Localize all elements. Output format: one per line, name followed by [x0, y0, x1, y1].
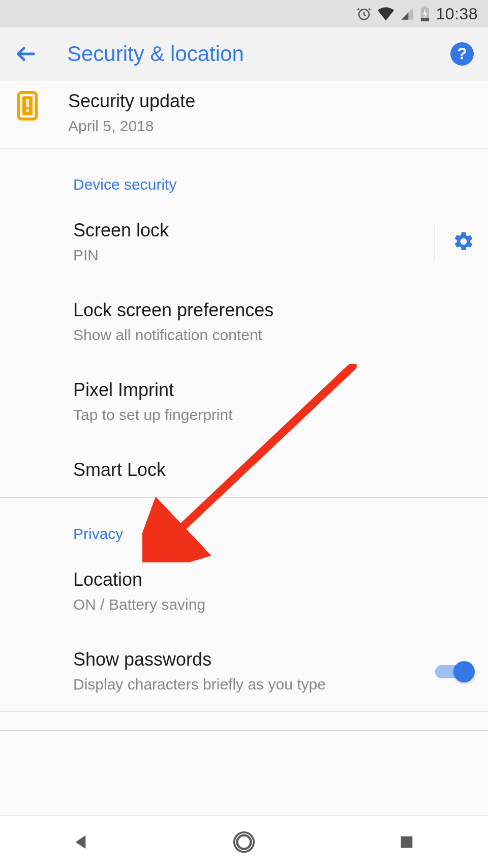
help-button[interactable]: ?: [450, 42, 474, 66]
section-header-privacy: Privacy: [0, 498, 488, 552]
smart-lock-row[interactable]: Smart Lock: [0, 442, 488, 497]
question-icon: ?: [457, 44, 467, 63]
alarm-icon: [356, 6, 372, 21]
svg-rect-7: [26, 109, 29, 112]
location-title: Location: [73, 568, 475, 591]
smart-lock-title: Smart Lock: [73, 458, 475, 481]
divider: [435, 223, 435, 262]
screen-lock-subtitle: PIN: [73, 245, 428, 266]
page-title: Security & location: [43, 42, 450, 66]
gear-icon: [452, 230, 475, 253]
security-update-row[interactable]: Security update April 5, 2018: [0, 80, 488, 148]
lock-screen-preferences-title: Lock screen preferences: [73, 298, 475, 321]
svg-rect-11: [401, 836, 413, 848]
nav-home-button[interactable]: [214, 824, 274, 860]
square-recents-icon: [398, 833, 415, 851]
screen-lock-settings-button[interactable]: [452, 230, 475, 255]
app-bar: Security & location ?: [0, 27, 488, 80]
svg-rect-6: [26, 99, 29, 107]
nav-back-button[interactable]: [51, 824, 112, 860]
location-subtitle: ON / Battery saving: [73, 594, 475, 615]
wifi-icon: [378, 6, 394, 21]
lock-screen-preferences-subtitle: Show all notification content: [73, 324, 475, 346]
show-passwords-subtitle: Display characters briefly as you type: [73, 674, 435, 695]
battery-icon: [420, 6, 430, 21]
settings-list: Security update April 5, 2018 Device sec…: [0, 80, 488, 815]
security-update-icon: [13, 92, 42, 120]
lock-screen-preferences-row[interactable]: Lock screen preferences Show all notific…: [0, 282, 488, 362]
cell-signal-icon: [400, 7, 414, 21]
svg-rect-3: [421, 18, 429, 21]
svg-point-10: [237, 835, 251, 849]
svg-rect-2: [424, 6, 426, 8]
show-passwords-toggle[interactable]: [435, 661, 475, 682]
divider: [0, 730, 488, 731]
security-update-title: Security update: [68, 89, 195, 112]
screen-lock-title: Screen lock: [73, 219, 428, 242]
status-bar: 10:38: [0, 0, 488, 27]
status-time: 10:38: [436, 5, 478, 23]
nav-recents-button[interactable]: [376, 824, 437, 860]
show-passwords-title: Show passwords: [73, 648, 435, 671]
section-header-device-security: Device security: [0, 148, 488, 202]
toggle-thumb: [453, 661, 475, 682]
show-passwords-row[interactable]: Show passwords Display characters briefl…: [0, 632, 488, 711]
back-button[interactable]: [14, 42, 43, 66]
pixel-imprint-row[interactable]: Pixel Imprint Tap to set up fingerprint: [0, 362, 488, 442]
circle-home-icon: [232, 830, 256, 854]
pixel-imprint-subtitle: Tap to set up fingerprint: [73, 404, 475, 426]
pixel-imprint-title: Pixel Imprint: [73, 378, 475, 401]
triangle-back-icon: [71, 832, 92, 852]
navigation-bar: [0, 815, 488, 868]
screen-lock-row[interactable]: Screen lock PIN: [0, 202, 488, 282]
security-update-subtitle: April 5, 2018: [68, 115, 195, 137]
location-row[interactable]: Location ON / Battery saving: [0, 552, 488, 632]
